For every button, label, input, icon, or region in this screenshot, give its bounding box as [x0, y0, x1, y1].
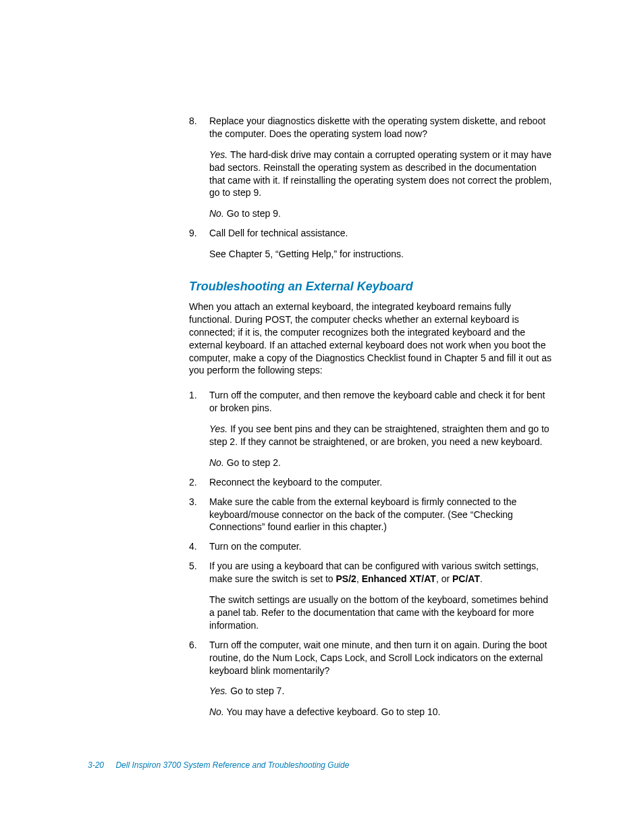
text-run: Make sure the cable from the external ke… [209, 496, 516, 533]
text-run: No. [209, 457, 224, 468]
list-item-body: Turn off the computer, wait one minute, … [209, 639, 555, 719]
paragraph: If you are using a keyboard that can be … [209, 560, 555, 585]
list-item: 6.Turn off the computer, wait one minute… [189, 639, 555, 719]
paragraph: Make sure the cable from the external ke… [209, 496, 555, 534]
text-run: Turn off the computer, wait one minute, … [209, 640, 547, 676]
text-run: Yes. [209, 685, 227, 696]
footer-title: Dell Inspiron 3700 System Reference and … [115, 760, 349, 770]
text-run: , or [436, 573, 452, 584]
top-list: 8.Replace your diagnostics diskette with… [189, 115, 555, 261]
list-item-number: 6. [189, 639, 209, 719]
list-item-number: 3. [189, 496, 209, 534]
text-run: Yes. [209, 149, 227, 160]
paragraph: Call Dell for technical assistance. [209, 227, 555, 240]
paragraph: No. Go to step 9. [209, 207, 555, 220]
page-footer: 3-20 Dell Inspiron 3700 System Reference… [88, 760, 349, 770]
text-run: , [356, 573, 362, 584]
text-run: The hard-disk drive may contain a corrup… [209, 149, 552, 199]
list-item-body: Call Dell for technical assistance.See C… [209, 227, 555, 261]
list-item: 4.Turn on the computer. [189, 540, 555, 553]
list-item: 8.Replace your diagnostics diskette with… [189, 115, 555, 220]
list-item-number: 9. [189, 227, 209, 261]
text-run: Go to step 7. [227, 685, 284, 696]
text-run: Replace your diagnostics diskette with t… [209, 115, 545, 139]
list-item: 5.If you are using a keyboard that can b… [189, 560, 555, 631]
text-run: Turn off the computer, and then remove t… [209, 390, 545, 413]
list-item-number: 4. [189, 540, 209, 553]
text-run: Enhanced XT/AT [362, 573, 436, 584]
text-run: No. [209, 706, 224, 717]
paragraph: Yes. If you see bent pins and they can b… [209, 423, 555, 448]
text-run: The switch settings are usually on the b… [209, 594, 548, 631]
text-run: Yes. [209, 423, 227, 434]
list-item-number: 8. [189, 115, 209, 220]
text-run: No. [209, 208, 224, 219]
paragraph: Reconnect the keyboard to the computer. [209, 476, 555, 489]
text-run: Reconnect the keyboard to the computer. [209, 477, 382, 488]
paragraph: The switch settings are usually on the b… [209, 594, 555, 632]
text-run: PS/2 [336, 573, 356, 584]
list-item-number: 5. [189, 560, 209, 631]
section-intro: When you attach an external keyboard, th… [189, 301, 555, 377]
text-run: Go to step 9. [224, 208, 281, 219]
paragraph: Replace your diagnostics diskette with t… [209, 115, 555, 140]
list-item-body: Turn off the computer, and then remove t… [209, 389, 555, 469]
main-list: 1.Turn off the computer, and then remove… [189, 389, 555, 719]
text-run: . [480, 573, 483, 584]
list-item: 9.Call Dell for technical assistance.See… [189, 227, 555, 261]
paragraph: Turn off the computer, wait one minute, … [209, 639, 555, 677]
list-item: 2.Reconnect the keyboard to the computer… [189, 476, 555, 489]
list-item: 3.Make sure the cable from the external … [189, 496, 555, 534]
list-item-body: Replace your diagnostics diskette with t… [209, 115, 555, 220]
text-run: Turn on the computer. [209, 541, 301, 552]
paragraph: Yes. Go to step 7. [209, 685, 555, 698]
text-run: You may have a defective keyboard. Go to… [224, 706, 441, 717]
list-item-body: Make sure the cable from the external ke… [209, 496, 555, 534]
paragraph: Turn on the computer. [209, 540, 555, 553]
list-item-body: If you are using a keyboard that can be … [209, 560, 555, 631]
paragraph: See Chapter 5, “Getting Help,” for instr… [209, 248, 555, 261]
paragraph: No. You may have a defective keyboard. G… [209, 706, 555, 719]
text-run: See Chapter 5, “Getting Help,” for instr… [209, 249, 404, 259]
list-item-body: Reconnect the keyboard to the computer. [209, 476, 555, 489]
list-item-number: 1. [189, 389, 209, 469]
section-heading: Troubleshooting an External Keyboard [189, 280, 555, 294]
page-number: 3-20 [88, 760, 104, 770]
list-item-body: Turn on the computer. [209, 540, 555, 553]
document-page: 8.Replace your diagnostics diskette with… [0, 0, 644, 834]
paragraph: Turn off the computer, and then remove t… [209, 389, 555, 415]
paragraph: No. Go to step 2. [209, 457, 555, 469]
text-run: Go to step 2. [224, 457, 281, 468]
text-run: Call Dell for technical assistance. [209, 228, 348, 238]
text-run: PC/AT [452, 573, 480, 584]
paragraph: Yes. The hard-disk drive may contain a c… [209, 149, 555, 200]
text-run: If you see bent pins and they can be str… [209, 423, 549, 447]
list-item: 1.Turn off the computer, and then remove… [189, 389, 555, 469]
list-item-number: 2. [189, 476, 209, 489]
